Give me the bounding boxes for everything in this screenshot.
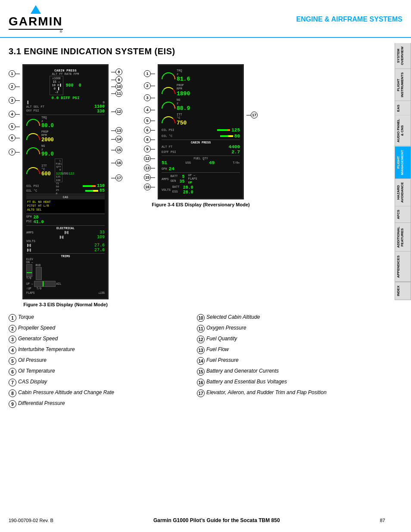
callout-circle-6-f4: 6 <box>144 127 151 134</box>
tab-flight-management[interactable]: FLIGHTMANAGEMENT <box>395 146 411 179</box>
tab-appendices[interactable]: APPENDICES <box>395 252 411 282</box>
legend-text-4: Interturbine Temperature <box>18 346 75 353</box>
callout-1-left: 1 <box>9 68 20 80</box>
legend-item-6: 6 Oil Temperature <box>9 368 197 376</box>
callout-7-left: 7 <box>9 143 20 161</box>
legend-text-15: Battery and Generator Currents <box>206 368 279 375</box>
legend-item-9: 9 Differential Pressure <box>9 400 197 408</box>
tab-additional-features[interactable]: ADDITIONALFEATURES <box>395 223 411 252</box>
callout-circle-11: 11 <box>115 90 122 97</box>
eis-display-reversionary: TRQz 81.6 PROPRPM 1890 <box>158 64 244 199</box>
callout-3-left: 3 <box>9 93 20 107</box>
callout-15-right: 15 <box>111 143 122 156</box>
callout-circle-8: 8 <box>115 68 122 75</box>
legend-num-16: 16 <box>197 379 205 386</box>
legend-text-16: Battery and Essential Bus Voltages <box>206 379 287 386</box>
callout-13-left-f4: 13 <box>144 163 155 173</box>
callout-circle-13-f4: 13 <box>144 165 151 171</box>
callout-9-left-f4: 9 <box>144 144 155 154</box>
eis-display-normal: CABIN PRESS ALT FTRATE FPM x1000 15 — 10… <box>22 64 109 299</box>
legend-text-10: Selected Cabin Altitude <box>206 314 260 321</box>
legend-num-2: 2 <box>9 325 16 333</box>
callout-5-left: 5 <box>9 121 20 132</box>
legend-text-8: Cabin Pressure Altitude and Change Rate <box>18 389 114 396</box>
callouts-left-fig4: 1 2 3 4 5 6 8 9 12 13 15 16 <box>144 64 155 192</box>
legend-text-5: Oil Pressure <box>18 357 47 364</box>
figure-3-3-outer: 1 2 3 4 5 6 7 CABIN PRESS ALT FTRATE FPM <box>9 64 122 299</box>
legend-col-2: 10 Selected Cabin Altitude 11 Oxygen Pre… <box>197 314 385 411</box>
callout-circle-9: 9 <box>115 76 122 83</box>
tab-system-overview[interactable]: SYSTEMOVERVIEW <box>395 43 411 69</box>
legend-num-5: 5 <box>9 357 16 365</box>
callout-5-left-f4: 5 <box>144 116 155 125</box>
callout-2-left-f4: 2 <box>144 80 155 92</box>
callout-circle-17a: 17 <box>115 174 122 181</box>
tab-audio-panel[interactable]: AUDIO PANEL& CNS <box>395 115 411 146</box>
callout-10-right: 10 <box>111 83 122 90</box>
callout-6-left: 6 <box>9 132 20 143</box>
legend-text-7: CAS Display <box>18 379 47 386</box>
tab-flight-instruments[interactable]: FLIGHTINSTRUMENTS <box>395 69 411 101</box>
legend-text-1: Torque <box>18 314 34 321</box>
legend-text-9: Differential Pressure <box>18 400 65 407</box>
legend-item-1: 1 Torque <box>9 314 197 322</box>
legend-section: 1 Torque 2 Propeller Speed 3 Generator S… <box>9 314 385 411</box>
callout-14-right: 14 <box>111 135 122 143</box>
legend-num-9: 9 <box>9 400 16 408</box>
callout-circle-2: 2 <box>9 83 16 90</box>
callout-circle-9-f4: 9 <box>144 146 151 152</box>
legend-num-17: 17 <box>197 389 205 397</box>
callout-circle-12-f4: 12 <box>144 155 151 162</box>
callout-6-left-f4: 6 <box>144 125 155 135</box>
legend-item-10: 10 Selected Cabin Altitude <box>197 314 385 322</box>
figure-3-4-outer: 1 2 3 4 5 6 8 9 12 13 15 16 <box>144 64 258 199</box>
legend-item-7: 7 CAS Display <box>9 379 197 386</box>
legend-text-17: Elevator, Aileron, and Rudder Trim and F… <box>206 389 327 396</box>
callout-circle-6: 6 <box>9 134 16 141</box>
sidebar-tabs: SYSTEMOVERVIEW FLIGHTINSTRUMENTS EAS AUD… <box>395 43 411 300</box>
callout-circle-13: 13 <box>115 127 122 134</box>
figure-3-4-caption: Figure 3-4 EIS Display (Reversionary Mod… <box>144 202 258 207</box>
callout-15-left-f4: 15 <box>144 173 155 182</box>
legend-text-3: Generator Speed <box>18 336 58 342</box>
legend-col-1: 1 Torque 2 Propeller Speed 3 Generator S… <box>9 314 197 411</box>
callout-8-left-f4: 8 <box>144 135 155 144</box>
legend-item-3: 3 Generator Speed <box>9 336 197 343</box>
callout-4-left: 4 <box>9 107 20 121</box>
figure-3-3-block: 1 2 3 4 5 6 7 CABIN PRESS ALT FTRATE FPM <box>9 64 122 307</box>
callout-circle-16-f4: 16 <box>144 184 151 190</box>
page-title: 3.1 ENGINE INDICATION SYSTEM (EIS) <box>9 47 385 56</box>
callout-17-right-fig4: 17 <box>246 68 258 162</box>
legend-item-12: 12 Fuel Quantity <box>197 336 385 343</box>
garmin-logo: GARMIN ® <box>9 5 63 34</box>
tab-index[interactable]: INDEX <box>395 282 411 300</box>
callout-circle-15-f4: 15 <box>144 174 151 181</box>
footer-title: Garmin G1000 Pilot’s Guide for the Socat… <box>153 517 280 523</box>
legend-text-12: Fuel Quantity <box>206 336 237 342</box>
callout-1-left-f4: 1 <box>144 68 155 80</box>
callout-12-left-f4: 12 <box>144 154 155 163</box>
legend-item-16: 16 Battery and Essential Bus Voltages <box>197 379 385 386</box>
callout-circle-7: 7 <box>9 149 16 156</box>
callout-3-left-f4: 3 <box>144 92 155 104</box>
callout-circle-1-f4: 1 <box>144 70 151 77</box>
tab-hazard-avoidance[interactable]: HAZARDAVOIDANCE <box>395 179 411 206</box>
tab-eas[interactable]: EAS <box>395 101 411 115</box>
legend-num-6: 6 <box>9 368 16 376</box>
legend-num-3: 3 <box>9 336 16 343</box>
legend-num-4: 4 <box>9 346 16 354</box>
callout-circle-14: 14 <box>115 136 122 143</box>
legend-text-6: Oil Temperature <box>18 368 55 375</box>
callout-17-right-fig3: 17 <box>111 169 122 187</box>
page-content: 3.1 ENGINE INDICATION SYSTEM (EIS) 1 2 3… <box>0 38 411 420</box>
callout-11-right: 11 <box>111 90 122 97</box>
callouts-right-fig3: 8 9 10 11 12 13 14 15 16 17 <box>111 64 122 187</box>
callout-4-left-f4: 4 <box>144 104 155 116</box>
callout-circle-3: 3 <box>9 97 16 104</box>
legend-num-12: 12 <box>197 336 205 343</box>
legend-num-11: 11 <box>197 325 205 333</box>
callout-8-right: 8 <box>111 68 122 76</box>
callout-circle-16: 16 <box>115 159 122 166</box>
callout-13-right: 13 <box>111 126 122 135</box>
tab-afcs[interactable]: AFCS <box>395 206 411 223</box>
